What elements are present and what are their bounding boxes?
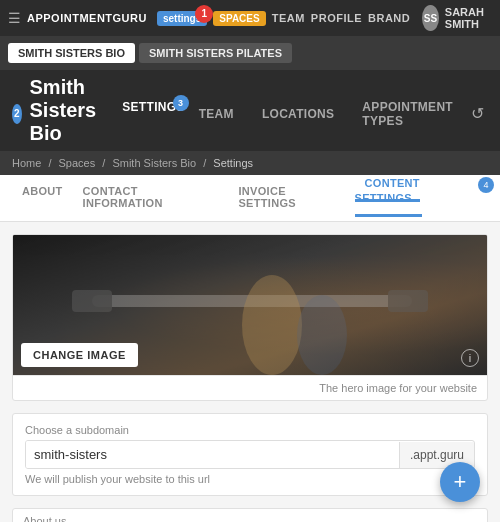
settings-nav-item[interactable]: settings 1 [157, 11, 207, 26]
page-title: Smith Sisters Bio [30, 76, 109, 151]
breadcrumb: Home / Spaces / Smith Sisters Bio / Sett… [0, 151, 500, 175]
step-badge-3: 3 [173, 95, 189, 111]
hamburger-icon[interactable]: ☰ [8, 10, 21, 26]
tab-locations[interactable]: LOCATIONS [248, 99, 348, 129]
sub-navigation: SMITH SISTERS BIO SMITH SISTERS PILATES [0, 36, 500, 70]
svg-rect-3 [388, 290, 428, 312]
smith-sisters-pilates-btn[interactable]: SMITH SISTERS PILATES [139, 43, 292, 63]
subdomain-label: Choose a subdomain [25, 424, 475, 436]
avatar: SS [422, 5, 439, 31]
breadcrumb-bio[interactable]: Smith Sisters Bio [112, 157, 196, 169]
svg-point-4 [242, 275, 302, 375]
change-image-button[interactable]: CHANGE IMAGE [21, 343, 138, 367]
hero-section: CHANGE IMAGE i The hero image for your w… [12, 234, 488, 401]
svg-point-5 [297, 295, 347, 375]
hero-image: CHANGE IMAGE i [13, 235, 487, 375]
fab-button[interactable]: + [440, 462, 480, 502]
spaces-badge[interactable]: SPACES [213, 11, 265, 26]
subdomain-input[interactable] [26, 441, 399, 468]
tab-settings[interactable]: SETTINGS 3 [108, 92, 184, 137]
tab-team[interactable]: TEAM [185, 99, 248, 129]
subdomain-section: Choose a subdomain .appt.guru We will pu… [12, 413, 488, 496]
step-badge-2: 2 [12, 104, 22, 124]
app-logo: APPOINTMENTGURU [27, 12, 147, 24]
team-nav[interactable]: TEAM [272, 12, 305, 24]
tab-about[interactable]: ABOUT [12, 175, 73, 222]
profile-nav[interactable]: PROFILE [311, 12, 362, 24]
user-menu[interactable]: SS SARAH SMITH [422, 5, 493, 31]
hero-caption: The hero image for your website [13, 375, 487, 400]
url-hint: We will publish your website to this url [25, 473, 475, 485]
breadcrumb-home[interactable]: Home [12, 157, 41, 169]
refresh-icon[interactable]: ↺ [467, 100, 488, 127]
smith-sisters-bio-btn[interactable]: SMITH SISTERS BIO [8, 43, 135, 63]
badge-1: 1 [195, 5, 213, 23]
subdomain-row: .appt.guru [25, 440, 475, 469]
top-navigation: ☰ APPOINTMENTGURU settings 1 SPACES TEAM… [0, 0, 500, 36]
svg-rect-2 [72, 290, 112, 312]
brand-nav[interactable]: BRAND [368, 12, 410, 24]
step-badge-4: 4 [478, 177, 494, 193]
tab-invoice-settings[interactable]: INVOICE SETTINGS [228, 175, 354, 222]
breadcrumb-current: Settings [213, 157, 253, 169]
about-section: About us This is not a real practice. It… [12, 508, 488, 522]
tab-contact-information[interactable]: CONTACT INFORMATION [73, 175, 229, 222]
content-tabs: ABOUT CONTACT INFORMATION INVOICE SETTIN… [0, 175, 500, 222]
tab-content-settings[interactable]: CONTENT SETTINGS [355, 167, 422, 217]
tab-appointment-types[interactable]: APPOINTMENT TYPES [348, 92, 467, 136]
username: SARAH SMITH [445, 6, 494, 30]
about-label: About us [13, 509, 487, 522]
hero-info-icon[interactable]: i [461, 349, 479, 367]
breadcrumb-spaces[interactable]: Spaces [59, 157, 96, 169]
main-content: CHANGE IMAGE i The hero image for your w… [0, 222, 500, 522]
page-tabs: SETTINGS 3 TEAM LOCATIONS APPOINTMENT TY… [108, 92, 467, 136]
page-header: 2 Smith Sisters Bio SETTINGS 3 TEAM LOCA… [0, 70, 500, 151]
